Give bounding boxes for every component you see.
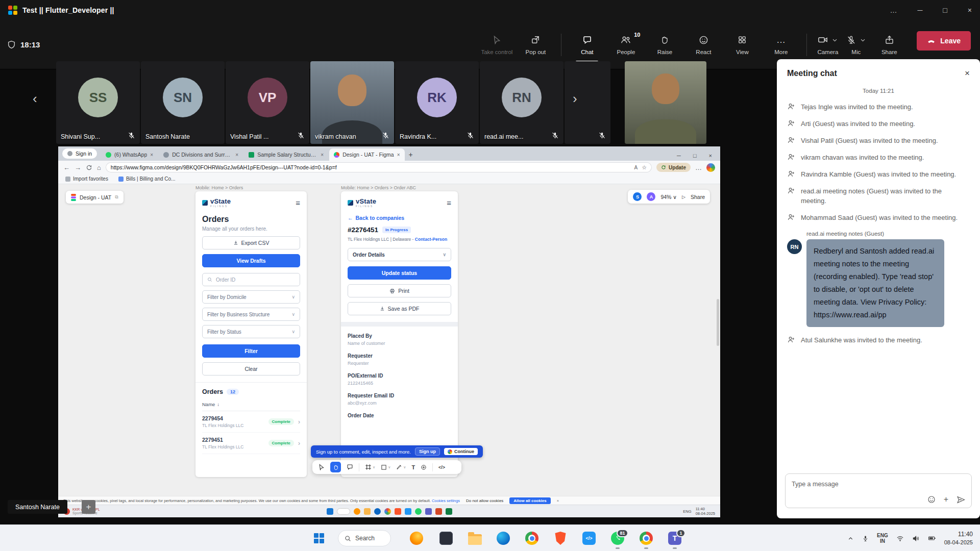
dark-app-icon[interactable] — [438, 530, 454, 546]
chat-close-icon[interactable]: × — [965, 68, 970, 79]
browser-update-button[interactable]: Update — [656, 163, 691, 172]
text-tool-icon[interactable]: T — [411, 464, 415, 470]
app-icon[interactable] — [374, 508, 381, 515]
app-icon[interactable] — [446, 508, 452, 515]
language-indicator[interactable]: ENGIN — [877, 533, 888, 544]
figma-canvas[interactable]: Design - UAT ⧉ S A 94% ∨ ▷ Share Mobile:… — [58, 184, 720, 496]
app-icon[interactable] — [435, 508, 442, 515]
filter-business-structure-select[interactable]: Filter by Business Structure∨ — [202, 308, 300, 321]
browser-minimize-icon[interactable]: ─ — [677, 153, 681, 159]
favorite-star-icon[interactable]: ☆ — [642, 164, 647, 171]
leave-button[interactable]: Leave — [917, 31, 971, 51]
app-icon[interactable] — [405, 508, 411, 515]
participant-tile[interactable]: SN Santosh Narate — [141, 61, 225, 144]
volume-icon[interactable] — [912, 535, 920, 542]
app-icon[interactable] — [415, 508, 422, 515]
sort-icon[interactable]: ↓ — [217, 402, 219, 407]
menu-icon[interactable]: ≡ — [447, 198, 451, 207]
back-icon[interactable]: ← — [63, 164, 70, 171]
export-csv-button[interactable]: Export CSV — [202, 236, 300, 249]
order-details-select[interactable]: Order Details∨ — [348, 248, 451, 261]
expand-icon[interactable]: ⧉ — [115, 194, 118, 200]
print-button[interactable]: Print — [348, 284, 451, 297]
tab-close-icon[interactable]: × — [321, 152, 324, 158]
view-button[interactable]: View — [724, 27, 761, 63]
tab-close-icon[interactable]: × — [235, 152, 238, 158]
cookie-close-icon[interactable]: × — [557, 498, 559, 503]
chevron-right-icon[interactable]: › — [298, 440, 300, 447]
people-button[interactable]: 10 People — [607, 27, 644, 63]
teams-icon[interactable]: T 1 — [667, 530, 683, 546]
canvas-scrollbar[interactable] — [717, 299, 719, 346]
refresh-icon[interactable] — [86, 164, 92, 171]
app-icon[interactable] — [384, 508, 391, 515]
chrome-icon[interactable] — [524, 530, 540, 546]
filter-status-select[interactable]: Filter by Status∨ — [202, 325, 300, 338]
bookmark-item[interactable]: Import favorites — [65, 176, 108, 182]
new-tab-button[interactable]: + — [409, 151, 413, 159]
url-field[interactable]: https://www.figma.com/design/9BKQ0FOHRWa… — [106, 162, 652, 172]
move-tool-icon[interactable] — [318, 464, 325, 470]
close-button[interactable]: × — [968, 6, 972, 14]
share-button[interactable]: Share — [871, 27, 908, 63]
collaborator-avatar[interactable]: A — [647, 192, 655, 201]
shared-screen-browser[interactable]: Sign in (6) WhatsApp× DC Divisions and S… — [58, 146, 720, 505]
frame-tool-icon[interactable]: ∨ — [365, 464, 375, 470]
scroll-right-icon[interactable]: › — [573, 91, 577, 107]
deny-cookies-button[interactable]: Do not allow cookies — [466, 498, 503, 503]
browser-tab[interactable]: Sample Salary Structure with cal...× — [244, 148, 328, 161]
tab-close-icon[interactable]: × — [397, 152, 400, 158]
google-continue-button[interactable]: Continue — [444, 448, 478, 455]
search-icon[interactable] — [337, 508, 350, 515]
start-icon[interactable] — [327, 508, 333, 515]
vscode-icon[interactable]: </> — [581, 530, 597, 546]
cookie-settings-link[interactable]: Cookies settings — [432, 498, 460, 503]
signup-button[interactable]: Sign up — [415, 447, 440, 456]
attach-plus-icon[interactable]: + — [944, 495, 948, 504]
start-button[interactable] — [312, 532, 326, 545]
browser-tab[interactable]: DC Divisions and Surroundings× — [159, 148, 243, 161]
browser-tab-active[interactable]: Design - UAT - Figma× — [329, 148, 404, 161]
frame-label[interactable]: Mobile: Home > Orders > Order ABC — [341, 185, 416, 190]
tray-mic-icon[interactable] — [862, 535, 869, 542]
share-overlay-add-button[interactable]: + — [82, 500, 95, 514]
menu-icon[interactable]: ≡ — [296, 198, 300, 207]
camera-button[interactable]: Camera — [814, 27, 841, 63]
comment-tool-icon[interactable] — [347, 464, 353, 470]
browser-more-icon[interactable]: … — [695, 164, 702, 171]
browser-maximize-icon[interactable]: □ — [693, 153, 697, 159]
wifi-icon[interactable] — [896, 535, 904, 542]
app-icon[interactable] — [364, 508, 371, 515]
brave-icon[interactable] — [552, 530, 569, 546]
react-button[interactable]: React — [685, 27, 722, 63]
collaborator-avatar[interactable]: S — [633, 192, 642, 201]
browser-profile-icon[interactable] — [706, 163, 715, 172]
resources-tool-icon[interactable] — [421, 464, 427, 470]
clear-button[interactable]: Clear — [202, 362, 300, 375]
tab-close-icon[interactable]: × — [150, 152, 153, 158]
order-row[interactable]: 2279454TL Flex Holdings LLC Complete › — [202, 411, 300, 433]
read-aloud-icon[interactable]: A — [634, 165, 638, 170]
participant-tile[interactable]: SS Shivani Sup... — [56, 61, 140, 144]
mic-chevron-icon[interactable] — [860, 34, 866, 45]
filter-domicile-select[interactable]: Filter by Domicile∨ — [202, 290, 300, 304]
allow-cookies-button[interactable]: Allow all cookies — [509, 497, 550, 504]
participant-tile[interactable] — [565, 61, 610, 144]
send-icon[interactable] — [957, 495, 965, 504]
scroll-left-icon[interactable]: ‹ — [33, 91, 37, 107]
whatsapp-icon[interactable]: 81 — [609, 530, 626, 546]
order-row[interactable]: 2279451TL Flex Holdings LLC Complete › — [202, 433, 300, 454]
update-status-button[interactable]: Update status — [348, 266, 451, 280]
app-icon[interactable] — [354, 508, 360, 515]
emoji-icon[interactable] — [927, 495, 936, 504]
chat-message-list[interactable]: Today 11:21 Tejas Ingle was invited to t… — [777, 83, 980, 468]
participant-tile[interactable]: RN read.ai mee... — [480, 61, 564, 144]
name-column-header[interactable]: Name↓ — [202, 402, 300, 411]
pop-out-button[interactable]: Pop out — [517, 27, 554, 63]
bookmark-item[interactable]: Bills | Billing and Co... — [118, 176, 176, 182]
chrome-icon[interactable] — [638, 530, 654, 546]
order-id-input[interactable]: Order ID — [202, 273, 300, 286]
minimize-button[interactable]: ─ — [917, 6, 922, 14]
figma-share-button[interactable]: Share — [691, 194, 705, 200]
tray-chevron-icon[interactable] — [847, 535, 854, 542]
